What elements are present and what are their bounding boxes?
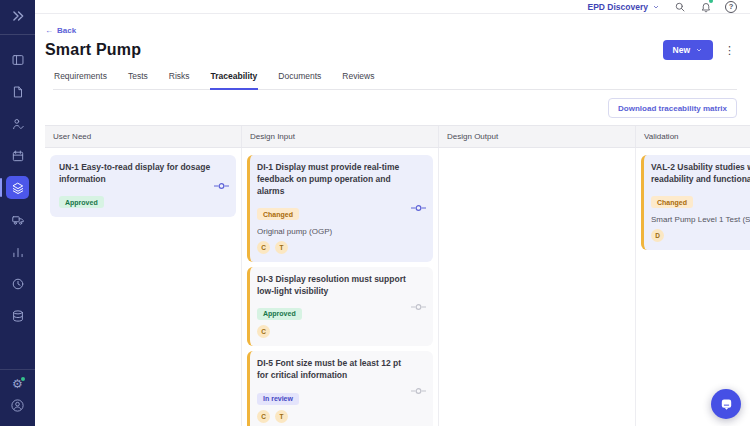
user-check-icon — [11, 117, 25, 131]
status-badge: Approved — [59, 196, 104, 208]
column-header-user-need: User Need — [45, 126, 242, 147]
tab-traceability[interactable]: Traceability — [210, 71, 259, 90]
change-flag-chip: D — [651, 229, 664, 242]
requirement-text: UN-1 Easy-to-read display for dosage inf… — [59, 162, 214, 186]
page-content: Download traceability matrix User Need D… — [35, 90, 750, 426]
top-bar: EPD Discovery ? — [35, 0, 750, 14]
settings-notification-dot — [21, 377, 25, 381]
main-area: EPD Discovery ? ← Back Smart Pump New — [35, 0, 750, 426]
back-label: Back — [57, 26, 76, 35]
cell-validation: VAL-2 Usability studies with readability… — [636, 148, 750, 426]
chat-bubble-icon — [719, 397, 734, 412]
requirement-text: DI-1 Display must provide real-time feed… — [257, 162, 411, 198]
page-header: ← Back Smart Pump New ⋮ Requirements Tes… — [35, 14, 750, 90]
column-header-design-input: Design Input — [242, 126, 439, 147]
status-badge: Changed — [257, 208, 299, 220]
traceability-matrix: User Need Design Input Design Output Val… — [45, 125, 750, 426]
layers-icon — [11, 181, 25, 195]
tab-reviews[interactable]: Reviews — [341, 71, 375, 89]
sidebar-item-calendar[interactable] — [6, 144, 29, 167]
more-options-button[interactable]: ⋮ — [722, 45, 737, 56]
tab-tests[interactable]: Tests — [127, 71, 149, 89]
trace-link-icon[interactable] — [411, 387, 426, 396]
change-flag-chip: C — [257, 241, 270, 254]
workspace-name: EPD Discovery — [588, 2, 648, 12]
sidebar-item-traceability[interactable] — [6, 176, 29, 199]
trace-link-icon[interactable] — [411, 302, 426, 311]
database-icon — [11, 309, 25, 323]
change-flag-chip: C — [257, 325, 270, 338]
cell-design-input: DI-1 Display must provide real-time feed… — [242, 148, 439, 426]
requirement-text: DI-3 Display resolution must support low… — [257, 274, 411, 298]
sidebar-item-analytics[interactable] — [6, 240, 29, 263]
new-button[interactable]: New — [663, 40, 713, 60]
requirement-card-di1[interactable]: DI-1 Display must provide real-time feed… — [247, 155, 433, 262]
column-header-validation: Validation — [636, 126, 750, 147]
sidebar-item-truck[interactable] — [6, 208, 29, 231]
requirement-card-val2[interactable]: VAL-2 Usability studies with readability… — [641, 155, 750, 250]
sidebar-bottom: ⚙ — [0, 369, 35, 426]
requirement-card-di3[interactable]: DI-3 Display resolution must support low… — [247, 267, 433, 347]
tab-bar: Requirements Tests Risks Traceability Do… — [53, 71, 737, 90]
sidebar-nav — [6, 48, 29, 369]
column-header-design-output: Design Output — [439, 126, 636, 147]
back-arrow-icon: ← — [45, 26, 53, 35]
bar-chart-icon — [11, 245, 25, 259]
change-flag-chip: T — [275, 410, 288, 423]
sidebar-item-database[interactable] — [6, 304, 29, 327]
trace-link-icon[interactable] — [411, 204, 426, 213]
chevron-down-icon — [652, 3, 660, 11]
origin-note: Smart Pump Level 1 Test (S — [651, 215, 750, 224]
notifications-button[interactable] — [699, 0, 712, 13]
trace-link-icon[interactable] — [214, 181, 229, 190]
back-link[interactable]: ← Back — [45, 26, 76, 35]
sidebar-item-user-check[interactable] — [6, 112, 29, 135]
change-flag-chip: T — [275, 241, 288, 254]
tab-requirements[interactable]: Requirements — [53, 71, 108, 89]
truck-icon — [11, 213, 25, 227]
origin-note: Original pump (OGP) — [257, 227, 411, 236]
sidebar-divider — [0, 34, 35, 35]
search-button[interactable] — [673, 0, 686, 13]
calendar-icon — [11, 149, 25, 163]
status-badge: Changed — [651, 196, 693, 208]
workspace-switcher[interactable]: EPD Discovery — [588, 2, 660, 12]
page-title: Smart Pump — [45, 41, 141, 59]
new-button-label: New — [673, 45, 690, 55]
cell-user-need: UN-1 Easy-to-read display for dosage inf… — [45, 148, 242, 426]
account-button[interactable] — [10, 398, 25, 417]
requirement-text: VAL-2 Usability studies with readability… — [651, 162, 750, 186]
matrix-row: UN-1 Easy-to-read display for dosage inf… — [45, 148, 750, 426]
clock-icon — [11, 277, 25, 291]
avatar-icon — [10, 398, 25, 413]
notification-dot — [709, 0, 713, 3]
chevron-down-icon — [695, 46, 703, 54]
settings-button[interactable]: ⚙ — [12, 378, 23, 390]
download-traceability-matrix-button[interactable]: Download traceability matrix — [608, 98, 737, 118]
matrix-header-row: User Need Design Input Design Output Val… — [45, 125, 750, 148]
question-mark-icon: ? — [729, 2, 734, 11]
app-sidebar: ⚙ — [0, 0, 35, 426]
cell-design-output-empty — [439, 148, 636, 426]
document-icon — [11, 85, 25, 99]
help-button[interactable]: ? — [725, 1, 737, 13]
sidebar-item-history[interactable] — [6, 272, 29, 295]
status-badge: In review — [257, 393, 299, 405]
search-icon — [674, 1, 686, 13]
sidebar-item-documents[interactable] — [6, 80, 29, 103]
tab-risks[interactable]: Risks — [168, 71, 191, 89]
panel-icon — [11, 53, 25, 67]
requirement-text: DI-5 Font size must be at least 12 pt fo… — [257, 358, 411, 382]
sidebar-item-panel[interactable] — [6, 48, 29, 71]
requirement-card-un1[interactable]: UN-1 Easy-to-read display for dosage inf… — [50, 155, 236, 217]
status-badge: Approved — [257, 308, 302, 320]
sidebar-expand-button[interactable] — [6, 6, 29, 29]
requirement-card-di5[interactable]: DI-5 Font size must be at least 12 pt fo… — [247, 351, 433, 426]
change-flag-chip: C — [257, 410, 270, 423]
chat-launcher-button[interactable] — [711, 389, 741, 419]
chevrons-right-icon — [11, 9, 25, 27]
tab-documents[interactable]: Documents — [277, 71, 322, 89]
